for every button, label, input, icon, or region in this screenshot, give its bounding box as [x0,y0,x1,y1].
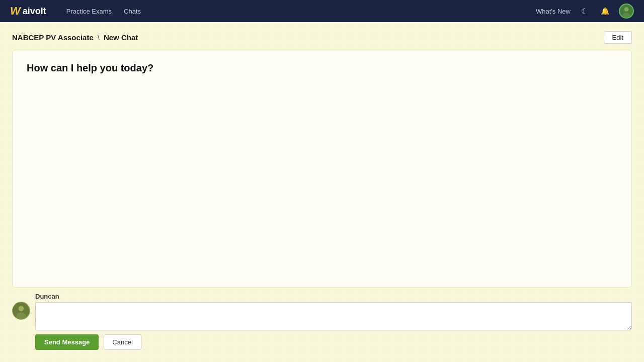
navbar: W aivolt Practice Exams Chats What's New [0,0,644,22]
cancel-button[interactable]: Cancel [104,334,141,350]
whats-new-link[interactable]: What's New [536,8,571,15]
user-row: Duncan [12,293,632,330]
input-area: Duncan Send Message Cancel [12,288,632,353]
svg-point-1 [624,7,629,12]
logo-w: W [10,5,21,18]
main-content: NABCEP PV Associate \ New Chat Edit How … [0,22,644,362]
breadcrumb-separator: \ [98,33,100,42]
logo[interactable]: W aivolt [10,5,46,18]
chat-greeting: How can I help you today? [27,62,617,74]
dark-mode-icon[interactable] [579,5,591,17]
nav-right: What's New [536,4,634,19]
notifications-icon[interactable] [599,5,611,17]
breadcrumb-parent: NABCEP PV Associate [12,33,94,42]
practice-exams-link[interactable]: Practice Exams [66,8,112,15]
chat-container: How can I help you today? [12,50,632,288]
username-label: Duncan [35,293,632,300]
svg-point-4 [19,306,24,311]
breadcrumb-row: NABCEP PV Associate \ New Chat Edit [12,31,632,44]
logo-text: aivolt [23,6,46,17]
button-row: Send Message Cancel [12,334,632,353]
message-input[interactable] [35,302,632,330]
edit-button[interactable]: Edit [604,31,632,44]
breadcrumb: NABCEP PV Associate \ New Chat [12,33,138,42]
user-input-avatar [12,302,30,320]
breadcrumb-current: New Chat [104,33,138,42]
user-avatar[interactable] [619,4,634,19]
chats-link[interactable]: Chats [124,8,141,15]
user-input-block: Duncan [35,293,632,330]
send-message-button[interactable]: Send Message [35,334,99,350]
